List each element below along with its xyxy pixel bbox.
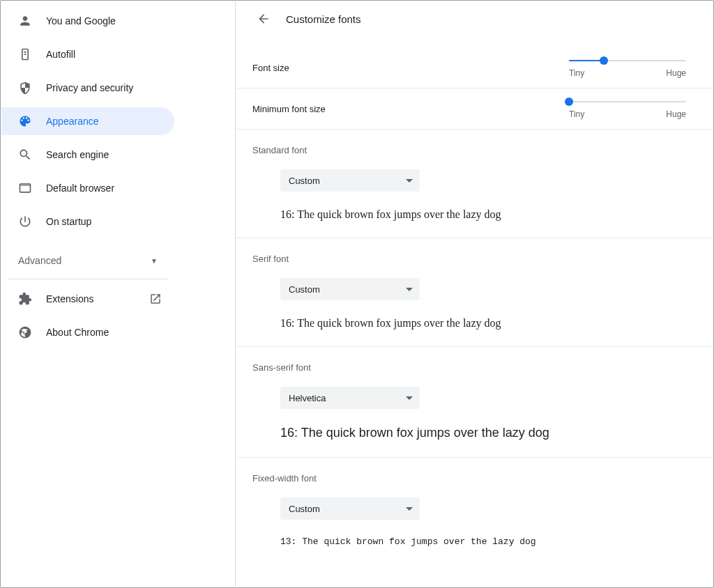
dropdown-selected: Helvetica xyxy=(289,393,326,403)
main-panel: Customize fonts Font size Tiny Huge xyxy=(236,1,713,587)
settings-card: Font size Tiny Huge Minimum font size xyxy=(236,47,713,559)
sidebar-item-label: You and Google xyxy=(46,15,116,26)
fixed-width-font-title: Fixed-width font xyxy=(252,473,686,483)
sidebar-item-about-chrome[interactable]: About Chrome xyxy=(1,318,174,346)
fixed-width-font-dropdown[interactable]: Custom xyxy=(280,497,420,520)
dropdown-selected: Custom xyxy=(289,284,320,295)
fixed-width-font-section: Fixed-width font Custom 13: The quick br… xyxy=(236,458,713,559)
sidebar-item-label: Default browser xyxy=(46,183,114,194)
chevron-down-icon: ▼ xyxy=(151,257,158,265)
slider-labels: Tiny Huge xyxy=(569,68,686,78)
browser-icon xyxy=(18,181,32,195)
advanced-label: Advanced xyxy=(18,255,61,266)
slider-track xyxy=(569,60,686,61)
caret-down-icon xyxy=(406,507,413,511)
extensions-label: Extensions xyxy=(46,293,93,304)
caret-down-icon xyxy=(406,396,413,400)
sans-serif-font-sample: 16: The quick brown fox jumps over the l… xyxy=(280,426,686,440)
sidebar-item-autofill[interactable]: Autofill xyxy=(1,40,174,68)
caret-down-icon xyxy=(406,288,413,291)
sans-serif-font-section: Sans-serif font Helvetica 16: The quick … xyxy=(236,347,713,458)
sidebar-item-on-startup[interactable]: On startup xyxy=(1,208,174,235)
min-font-size-row: Minimum font size Tiny Huge xyxy=(236,88,713,130)
about-chrome-label: About Chrome xyxy=(46,327,109,338)
page-header: Customize fonts xyxy=(236,1,713,32)
slider-max-label: Huge xyxy=(666,109,686,119)
font-size-row: Font size Tiny Huge xyxy=(236,47,713,88)
autofill-icon xyxy=(18,47,32,61)
shield-icon xyxy=(18,81,32,95)
serif-font-title: Serif font xyxy=(252,254,686,264)
sidebar-item-label: Search engine xyxy=(46,149,109,160)
standard-font-section: Standard font Custom 16: The quick brown… xyxy=(236,130,713,238)
power-icon xyxy=(18,215,32,229)
sidebar-item-search-engine[interactable]: Search engine xyxy=(1,141,174,169)
sidebar-item-extensions[interactable]: Extensions xyxy=(1,285,174,313)
sidebar-item-label: Appearance xyxy=(46,116,99,127)
sidebar-item-privacy[interactable]: Privacy and security xyxy=(1,74,174,102)
sans-serif-font-title: Sans-serif font xyxy=(252,362,686,373)
caret-down-icon xyxy=(406,179,413,183)
palette-icon xyxy=(18,114,32,128)
font-size-slider[interactable]: Tiny Huge xyxy=(569,60,686,78)
back-button[interactable] xyxy=(252,8,275,30)
slider-min-label: Tiny xyxy=(569,68,584,78)
standard-font-dropdown[interactable]: Custom xyxy=(280,169,420,192)
sidebar-item-you-and-google[interactable]: You and Google xyxy=(1,7,174,35)
standard-font-sample: 16: The quick brown fox jumps over the l… xyxy=(280,208,686,221)
person-icon xyxy=(18,14,32,28)
font-size-label: Font size xyxy=(252,60,289,73)
sidebar-advanced-toggle[interactable]: Advanced ▼ xyxy=(1,247,174,274)
sans-serif-font-dropdown[interactable]: Helvetica xyxy=(280,387,420,409)
sidebar-item-label: On startup xyxy=(46,216,91,227)
sidebar-item-label: Autofill xyxy=(46,49,75,60)
page-title: Customize fonts xyxy=(286,13,361,25)
slider-thumb[interactable] xyxy=(565,98,573,106)
sidebar: You and Google Autofill Privacy and secu… xyxy=(1,1,236,588)
open-in-new-icon xyxy=(149,293,162,305)
slider-min-label: Tiny xyxy=(569,109,584,119)
sidebar-item-default-browser[interactable]: Default browser xyxy=(1,174,174,202)
sidebar-item-appearance[interactable]: Appearance xyxy=(1,107,174,135)
slider-labels: Tiny Huge xyxy=(569,109,686,119)
serif-font-sample: 16: The quick brown fox jumps over the l… xyxy=(280,317,686,330)
extension-icon xyxy=(18,292,32,306)
slider-max-label: Huge xyxy=(666,68,686,78)
search-icon xyxy=(18,148,32,162)
min-font-size-slider[interactable]: Tiny Huge xyxy=(569,101,686,119)
serif-font-section: Serif font Custom 16: The quick brown fo… xyxy=(236,238,713,347)
dropdown-selected: Custom xyxy=(289,176,320,186)
settings-window: You and Google Autofill Privacy and secu… xyxy=(0,0,714,588)
slider-fill xyxy=(569,60,604,61)
standard-font-title: Standard font xyxy=(252,145,686,155)
serif-font-dropdown[interactable]: Custom xyxy=(280,278,420,300)
slider-thumb[interactable] xyxy=(600,56,608,65)
min-font-size-label: Minimum font size xyxy=(252,101,326,114)
slider-track xyxy=(569,101,686,102)
chrome-icon xyxy=(18,325,32,339)
arrow-back-icon xyxy=(257,12,271,26)
sidebar-divider xyxy=(8,279,167,279)
sidebar-item-label: Privacy and security xyxy=(46,82,133,93)
dropdown-selected: Custom xyxy=(289,504,320,514)
fixed-width-font-sample: 13: The quick brown fox jumps over the l… xyxy=(280,536,686,547)
